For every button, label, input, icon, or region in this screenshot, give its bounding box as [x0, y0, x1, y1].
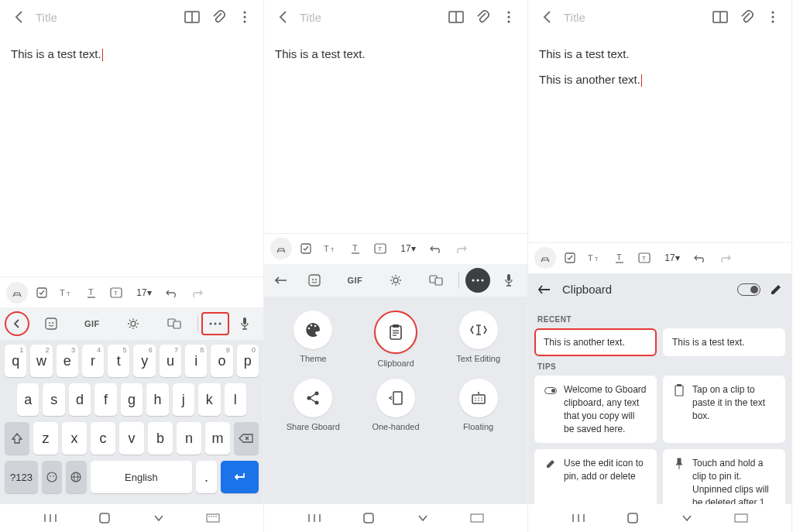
nav-recent[interactable] — [42, 510, 59, 527]
redo-icon[interactable] — [186, 282, 208, 304]
floating-option[interactable]: Floating — [444, 379, 513, 431]
title-input[interactable]: Title — [564, 11, 703, 24]
sticker-icon[interactable] — [295, 268, 334, 293]
textbox-icon[interactable]: T — [633, 247, 655, 269]
theme-option[interactable]: Theme — [278, 311, 348, 368]
key-o[interactable]: o9 — [211, 345, 232, 377]
key-symbols[interactable]: ?123 — [5, 461, 38, 493]
clipboard-toggle[interactable] — [737, 283, 760, 296]
reader-icon[interactable] — [447, 8, 465, 26]
textsize-icon[interactable]: TT — [56, 282, 77, 304]
pen-icon[interactable] — [534, 247, 556, 269]
key-period[interactable]: . — [196, 461, 216, 493]
back-button[interactable] — [537, 8, 556, 26]
key-j[interactable]: j — [173, 383, 194, 416]
clipboard-back-button[interactable] — [537, 284, 553, 295]
nav-recent[interactable] — [570, 510, 587, 527]
expand-left-button[interactable] — [5, 311, 29, 336]
nav-back[interactable] — [678, 510, 695, 527]
more-options-button-active[interactable] — [465, 268, 490, 293]
fontsize-selector[interactable]: 17▾ — [658, 247, 686, 269]
textsize-icon[interactable]: TT — [584, 247, 606, 269]
mic-icon[interactable] — [495, 268, 523, 293]
textbox-icon[interactable]: T — [105, 282, 127, 304]
checkbox-icon[interactable] — [559, 247, 581, 269]
clip-item-1[interactable]: This is another text. — [534, 328, 657, 357]
fontsize-selector[interactable]: 17▾ — [394, 238, 422, 259]
key-enter[interactable] — [221, 461, 259, 493]
mic-icon[interactable] — [231, 311, 259, 336]
more-icon[interactable] — [235, 8, 254, 26]
gif-button[interactable]: GIF — [72, 311, 112, 336]
nav-home[interactable] — [360, 510, 377, 527]
key-r[interactable]: r4 — [82, 345, 104, 377]
edit-icon[interactable] — [770, 283, 782, 296]
nav-keyboard-icon[interactable] — [733, 510, 750, 527]
underline-icon[interactable]: T — [345, 238, 366, 259]
sticker-icon[interactable] — [31, 311, 70, 336]
textediting-option[interactable]: Text Editing — [444, 311, 513, 368]
undo-icon[interactable] — [161, 282, 183, 304]
checkbox-icon[interactable] — [295, 238, 317, 259]
underline-icon[interactable]: T — [81, 282, 102, 304]
onehanded-option[interactable]: One-handed — [361, 379, 431, 431]
nav-back[interactable] — [150, 510, 167, 527]
key-backspace[interactable] — [234, 422, 259, 455]
back-arrow-button[interactable] — [269, 268, 294, 293]
settings-icon[interactable] — [114, 311, 153, 336]
attach-icon[interactable] — [209, 8, 228, 26]
key-language[interactable] — [66, 461, 86, 493]
nav-home[interactable] — [96, 510, 113, 527]
key-z[interactable]: z — [33, 422, 58, 455]
key-q[interactable]: q1 — [5, 345, 26, 377]
checkbox-icon[interactable] — [31, 282, 53, 304]
key-x[interactable]: x — [62, 422, 87, 455]
key-v[interactable]: v — [119, 422, 144, 455]
more-icon[interactable] — [764, 8, 782, 26]
title-input[interactable]: Title — [300, 11, 439, 24]
key-shift[interactable] — [5, 422, 29, 455]
key-k[interactable]: k — [198, 383, 220, 416]
key-h[interactable]: h — [146, 383, 168, 416]
tip-card-2[interactable]: Tap on a clip to paste it in the text bo… — [663, 376, 785, 443]
key-g[interactable]: g — [121, 383, 142, 416]
back-button[interactable] — [273, 8, 292, 26]
reader-icon[interactable] — [711, 8, 729, 26]
redo-icon[interactable] — [714, 247, 736, 269]
key-b[interactable]: b — [148, 422, 173, 455]
key-p[interactable]: p0 — [237, 345, 259, 377]
key-w[interactable]: w2 — [30, 345, 52, 377]
key-u[interactable]: u7 — [160, 345, 181, 377]
gif-button[interactable]: GIF — [335, 268, 374, 293]
more-icon[interactable] — [499, 8, 518, 26]
settings-icon[interactable] — [376, 268, 415, 293]
attach-icon[interactable] — [737, 8, 756, 26]
tip-card-1[interactable]: Welcome to Gboard clipboard, any text th… — [534, 376, 657, 443]
tip-card-3[interactable]: Use the edit icon to pin, add or delete — [534, 449, 657, 504]
translate-icon[interactable] — [417, 268, 455, 293]
key-a[interactable]: a — [17, 383, 39, 416]
key-space[interactable]: English — [91, 461, 193, 493]
textsize-icon[interactable]: TT — [320, 238, 342, 259]
nav-home[interactable] — [624, 510, 641, 527]
clip-item-2[interactable]: This is a test text. — [663, 328, 785, 357]
textbox-icon[interactable]: T — [369, 238, 391, 259]
note-content[interactable]: This is a test text. — [0, 34, 263, 276]
note-content[interactable]: This is a test text. — [264, 34, 527, 233]
key-l[interactable]: l — [225, 383, 246, 416]
fontsize-selector[interactable]: 17▾ — [130, 282, 158, 304]
translate-icon[interactable] — [155, 311, 194, 336]
key-c[interactable]: c — [91, 422, 115, 455]
key-y[interactable]: y6 — [133, 345, 155, 377]
key-e[interactable]: e3 — [57, 345, 78, 377]
key-emoji[interactable] — [42, 461, 62, 493]
pen-icon[interactable] — [6, 282, 28, 304]
nav-keyboard-icon[interactable] — [204, 510, 221, 527]
redo-icon[interactable] — [450, 238, 472, 259]
nav-keyboard-icon[interactable] — [469, 510, 486, 527]
note-content[interactable]: This is a test text. This is another tex… — [528, 34, 791, 242]
undo-icon[interactable] — [689, 247, 711, 269]
key-d[interactable]: d — [69, 383, 91, 416]
tip-card-4[interactable]: Touch and hold a clip to pin it. Unpinne… — [663, 449, 785, 504]
underline-icon[interactable]: T — [609, 247, 630, 269]
